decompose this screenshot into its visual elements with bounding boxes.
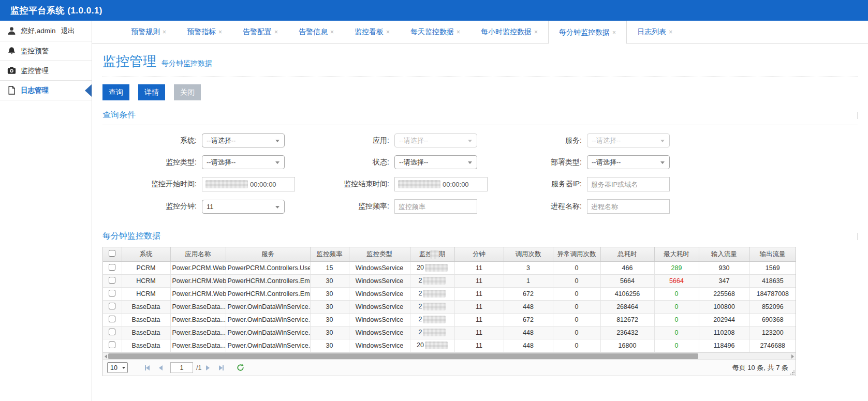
tab-close-icon[interactable]: ×	[669, 28, 672, 36]
sidebar-item-label: 日志管理	[21, 86, 49, 95]
system-label: 系统:	[102, 136, 202, 145]
cell-minute: 11	[454, 313, 504, 326]
tab-alert-rules[interactable]: 预警规则 ×	[121, 21, 176, 43]
header-row: 系统 应用名称 服务 监控频率 监控类型 监控日期 分钟 调用次数 异常调用次	[103, 247, 796, 261]
row-checkbox[interactable]	[109, 264, 115, 271]
page-number-input[interactable]	[170, 362, 193, 373]
table-row[interactable]: BaseData Power.BaseData.... Power.OwinDa…	[103, 326, 796, 339]
sidebar-item-monitor-manage[interactable]: 监控管理	[0, 61, 92, 81]
prev-page-button[interactable]	[159, 365, 163, 370]
table-row[interactable]: BaseData Power.BaseData.... Power.OwinDa…	[103, 313, 796, 326]
cell-app: Power.PCRM.Web...	[170, 261, 226, 274]
end-time-input[interactable]: 00:00:00	[394, 177, 488, 191]
logout-link[interactable]: 退出	[61, 26, 75, 36]
horizontal-scrollbar[interactable]	[103, 352, 796, 360]
col-monitor-type: 监控类型	[349, 247, 410, 261]
cell-type: WindowsService	[349, 274, 410, 287]
cell-date: 20	[410, 339, 454, 352]
select-all-checkbox[interactable]	[109, 250, 115, 257]
select-all-cell	[103, 247, 122, 261]
monitor-type-select[interactable]: --请选择--	[202, 155, 285, 169]
row-checkbox[interactable]	[109, 329, 115, 335]
cell-total-time: 16800	[600, 339, 654, 352]
scrollbar-thumb[interactable]	[108, 353, 698, 359]
tab-close-icon[interactable]: ×	[330, 28, 334, 36]
cell-calls: 448	[504, 339, 553, 352]
row-checkbox[interactable]	[109, 316, 115, 322]
cell-in-flow: 110208	[699, 326, 749, 339]
col-out-flow: 输出流量	[749, 247, 796, 261]
table-row[interactable]: HCRM Power.HCRM.Web... PowerHCRM.Control…	[103, 287, 796, 300]
server-ip-input[interactable]	[587, 177, 670, 191]
row-checkbox[interactable]	[109, 277, 115, 284]
section-divider	[857, 112, 858, 119]
col-error-calls: 异常调用次数	[553, 247, 600, 261]
next-page-button[interactable]	[206, 365, 210, 370]
document-icon	[7, 86, 16, 95]
refresh-button[interactable]	[237, 364, 244, 372]
row-select-cell	[103, 287, 122, 300]
tab-monitor-board[interactable]: 监控看板 ×	[344, 21, 400, 43]
system-select[interactable]: --请选择--	[202, 133, 285, 147]
refresh-icon	[237, 364, 244, 372]
tab-close-icon[interactable]: ×	[612, 29, 616, 36]
tab-alarm-info[interactable]: 告警信息 ×	[288, 21, 344, 43]
data-grid: 系统 应用名称 服务 监控频率 监控类型 监控日期 分钟 调用次数 异常调用次	[102, 247, 796, 376]
row-checkbox[interactable]	[109, 290, 115, 296]
sidebar-item-log-manage[interactable]: 日志管理	[0, 81, 92, 100]
first-page-button[interactable]	[145, 365, 150, 370]
tab-close-icon[interactable]: ×	[534, 28, 538, 36]
status-select[interactable]: --请选择--	[394, 155, 477, 169]
cell-minute: 11	[454, 326, 504, 339]
tab-hourly-data[interactable]: 每小时监控数据 ×	[470, 21, 548, 43]
cell-system: PCRM	[122, 261, 170, 274]
tab-close-icon[interactable]: ×	[163, 28, 166, 36]
tab-alarm-config[interactable]: 告警配置 ×	[232, 21, 288, 43]
cell-total-time: 268464	[600, 300, 654, 313]
tab-close-icon[interactable]: ×	[457, 28, 460, 36]
row-checkbox[interactable]	[109, 303, 115, 309]
tab-daily-data[interactable]: 每天监控数据 ×	[400, 21, 470, 43]
page-size-select[interactable]: 10	[107, 362, 128, 373]
table-row[interactable]: HCRM Power.HCRM.Web... PowerHCRM.Control…	[103, 274, 796, 287]
cell-calls: 672	[504, 313, 553, 326]
table-row[interactable]: BaseData Power.BaseData.... Power.OwinDa…	[103, 300, 796, 313]
last-page-button[interactable]	[219, 365, 224, 370]
resize-grip[interactable]	[790, 370, 795, 375]
tab-alert-metrics[interactable]: 预警指标 ×	[176, 21, 232, 43]
row-checkbox[interactable]	[109, 341, 115, 348]
cell-freq: 30	[310, 326, 349, 339]
application-select: --请选择--	[394, 133, 477, 147]
chevron-down-icon	[275, 161, 279, 164]
tab-close-icon[interactable]: ×	[386, 28, 390, 36]
tab-log-list[interactable]: 日志列表 ×	[627, 21, 683, 43]
cell-total-time: 236432	[600, 326, 654, 339]
scroll-right-icon[interactable]	[791, 354, 794, 359]
sidebar-item-monitor-alert[interactable]: 监控预警	[0, 41, 92, 61]
frequency-input[interactable]	[394, 199, 477, 214]
cell-out-flow: 184787008	[749, 287, 796, 300]
detail-button[interactable]: 详情	[138, 84, 165, 100]
tab-close-icon[interactable]: ×	[218, 28, 222, 36]
table-row[interactable]: PCRM Power.PCRM.Web... PowerPCRM.Control…	[103, 261, 796, 274]
minute-select[interactable]: 11	[202, 200, 285, 214]
process-name-input[interactable]	[587, 199, 670, 214]
deploy-type-select[interactable]: --请选择--	[587, 155, 670, 169]
query-button[interactable]: 查询	[102, 84, 129, 100]
tab-minute-data[interactable]: 每分钟监控数据 ×	[548, 21, 627, 44]
cell-freq: 15	[310, 261, 349, 274]
cell-service: PowerHCRM.Controllers.Empl...	[226, 274, 310, 287]
col-calls: 调用次数	[504, 247, 553, 261]
scroll-left-icon[interactable]	[105, 354, 107, 359]
tab-close-icon[interactable]: ×	[274, 28, 278, 36]
redacted-date	[425, 264, 448, 272]
chevron-down-icon	[468, 140, 472, 142]
start-time-input[interactable]: 00:00:00	[202, 177, 295, 191]
close-button[interactable]: 关闭	[174, 84, 201, 100]
table-row[interactable]: BaseData Power.BaseData.... Power.OwinDa…	[103, 339, 796, 352]
cell-system: BaseData	[122, 339, 170, 352]
cell-freq: 30	[310, 287, 349, 300]
redacted-date	[423, 277, 446, 285]
chevron-down-icon	[275, 206, 279, 209]
row-select-cell	[103, 339, 122, 352]
